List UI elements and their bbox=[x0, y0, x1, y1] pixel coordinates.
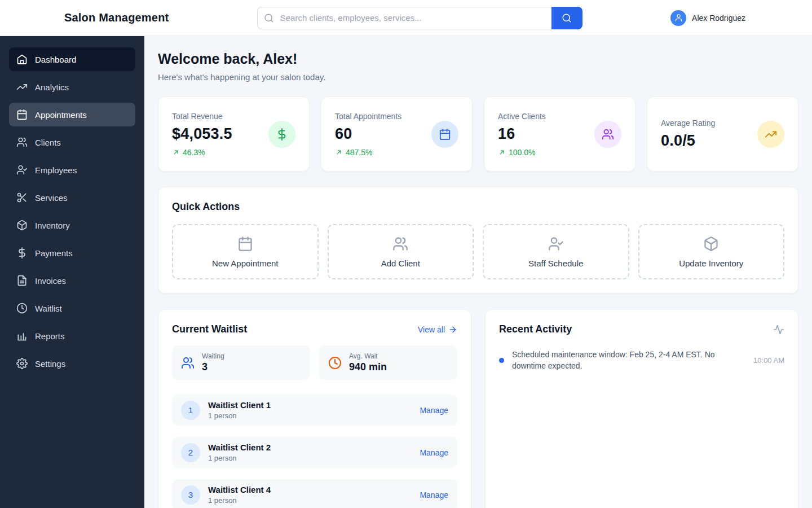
sidebar-item-label: Analytics bbox=[35, 82, 69, 92]
quick-action-label: Add Client bbox=[381, 259, 420, 268]
arrow-right-icon bbox=[448, 325, 457, 334]
stat-trend: 46.3% bbox=[172, 148, 232, 157]
trending-up-icon bbox=[16, 81, 28, 93]
quick-action-label: Update Inventory bbox=[679, 259, 743, 268]
search-field bbox=[257, 7, 551, 29]
manage-link[interactable]: Manage bbox=[420, 406, 448, 415]
sidebar-item-label: Reports bbox=[35, 331, 65, 341]
stat-trend-value: 46.3% bbox=[183, 148, 205, 157]
quick-actions-title: Quick Actions bbox=[172, 201, 784, 213]
waiting-tile: Waiting 3 bbox=[172, 345, 310, 380]
users-icon bbox=[392, 236, 408, 252]
stat-label: Active Clients bbox=[498, 112, 546, 121]
position-badge: 3 bbox=[181, 485, 200, 505]
waitlist-client-name: Waitlist Client 4 bbox=[208, 485, 412, 494]
sidebar-item-employees[interactable]: Employees bbox=[9, 158, 135, 182]
sidebar-item-waitlist[interactable]: Waitlist bbox=[9, 296, 135, 320]
scissors-icon bbox=[16, 192, 28, 203]
view-all-label: View all bbox=[418, 325, 445, 334]
waitlist-title: Current Waitlist bbox=[172, 323, 247, 335]
page-title: Welcome back, Alex! bbox=[158, 51, 798, 67]
stat-trend-value: 487.5% bbox=[346, 148, 372, 157]
users-icon bbox=[181, 356, 195, 370]
waitlist-rows: 1 Waitlist Client 1 1 person Manage 2 Wa… bbox=[172, 395, 457, 508]
tile-value: 940 min bbox=[349, 361, 387, 373]
user-name: Alex Rodriguez bbox=[692, 14, 745, 23]
top-header: Salon Management Alex Rodriguez bbox=[0, 0, 812, 36]
main-content: Welcome back, Alex! Here's what's happen… bbox=[144, 36, 812, 508]
gear-icon bbox=[16, 358, 28, 369]
sidebar-item-label: Appointments bbox=[35, 110, 87, 120]
stat-value: 16 bbox=[498, 125, 546, 143]
search-bar bbox=[169, 7, 670, 29]
tile-value: 3 bbox=[202, 361, 224, 373]
sidebar-item-dashboard[interactable]: Dashboard bbox=[9, 47, 135, 71]
clock-icon bbox=[328, 356, 342, 370]
file-text-icon bbox=[16, 275, 28, 286]
search-icon bbox=[562, 13, 572, 23]
add-client-button[interactable]: Add Client bbox=[328, 224, 474, 279]
sidebar-item-label: Dashboard bbox=[35, 55, 76, 64]
sidebar-item-label: Services bbox=[35, 193, 68, 203]
sidebar-item-reports[interactable]: Reports bbox=[9, 324, 135, 348]
stat-label: Total Revenue bbox=[172, 112, 232, 121]
arrow-up-right-icon bbox=[335, 148, 343, 156]
sidebar-item-appointments[interactable]: Appointments bbox=[9, 103, 135, 126]
activity-pulse-icon bbox=[773, 324, 784, 335]
view-all-link[interactable]: View all bbox=[418, 325, 457, 334]
stats-grid: Total Revenue $4,053.5 46.3% Total Appoi… bbox=[158, 97, 798, 172]
waitlist-entry-info: Waitlist Client 1 1 person bbox=[208, 400, 412, 420]
sidebar-item-label: Waitlist bbox=[35, 304, 62, 313]
activity-text: Scheduled maintenance window: Feb 25, 2-… bbox=[512, 349, 740, 371]
user-menu[interactable]: Alex Rodriguez bbox=[670, 10, 745, 26]
sidebar-item-label: Invoices bbox=[35, 276, 66, 286]
stat-card-total-revenue: Total Revenue $4,053.5 46.3% bbox=[158, 97, 310, 172]
tile-label: Waiting bbox=[202, 352, 224, 360]
waitlist-summary: Waiting 3 Avg. Wait 940 min bbox=[172, 345, 457, 380]
sidebar-item-inventory[interactable]: Inventory bbox=[9, 213, 135, 237]
staff-schedule-button[interactable]: Staff Schedule bbox=[483, 224, 629, 279]
activity-time: 10:00 AM bbox=[753, 356, 784, 365]
sidebar-item-payments[interactable]: Payments bbox=[9, 241, 135, 265]
current-waitlist-card: Current Waitlist View all Waiting 3 bbox=[158, 309, 471, 508]
search-input[interactable] bbox=[257, 7, 551, 29]
avg-wait-tile: Avg. Wait 940 min bbox=[319, 345, 457, 380]
update-inventory-button[interactable]: Update Inventory bbox=[638, 224, 785, 279]
bottom-panels: Current Waitlist View all Waiting 3 bbox=[158, 309, 798, 508]
stat-value: 0.0/5 bbox=[661, 132, 715, 150]
manage-link[interactable]: Manage bbox=[420, 448, 448, 457]
activity-dot-icon bbox=[499, 358, 504, 363]
new-appointment-button[interactable]: New Appointment bbox=[172, 224, 319, 279]
search-button[interactable] bbox=[551, 7, 582, 29]
activity-title: Recent Activity bbox=[499, 323, 572, 335]
waitlist-entry-info: Waitlist Client 2 1 person bbox=[208, 443, 412, 462]
bar-chart-icon bbox=[16, 330, 28, 341]
sidebar-item-analytics[interactable]: Analytics bbox=[9, 75, 135, 99]
position-badge: 1 bbox=[181, 401, 200, 420]
manage-link[interactable]: Manage bbox=[420, 491, 448, 500]
tile-label: Avg. Wait bbox=[349, 352, 387, 360]
sidebar-item-clients[interactable]: Clients bbox=[9, 130, 135, 154]
sidebar-item-label: Employees bbox=[35, 165, 77, 175]
activity-item: Scheduled maintenance window: Feb 25, 2-… bbox=[499, 349, 784, 371]
quick-actions-card: Quick Actions New Appointment Add Client… bbox=[158, 187, 798, 294]
stat-value: 60 bbox=[335, 125, 401, 143]
waitlist-row: 1 Waitlist Client 1 1 person Manage bbox=[172, 395, 457, 426]
sidebar-item-label: Clients bbox=[35, 138, 61, 147]
users-icon bbox=[594, 121, 621, 148]
users-icon bbox=[16, 137, 28, 148]
stat-info: Average Rating 0.0/5 bbox=[661, 119, 715, 150]
calendar-icon bbox=[431, 121, 458, 148]
app-title: Salon Management bbox=[64, 11, 169, 24]
calendar-icon bbox=[237, 236, 253, 252]
sidebar-item-invoices[interactable]: Invoices bbox=[9, 269, 135, 292]
waitlist-party-size: 1 person bbox=[208, 496, 412, 505]
waitlist-entry-info: Waitlist Client 4 1 person bbox=[208, 485, 412, 505]
waitlist-row: 3 Waitlist Client 4 1 person Manage bbox=[172, 479, 457, 508]
dollar-icon bbox=[16, 247, 28, 259]
dollar-icon bbox=[268, 121, 295, 148]
sidebar-item-services[interactable]: Services bbox=[9, 186, 135, 209]
sidebar: Dashboard Analytics Appointments Clients… bbox=[0, 36, 144, 508]
sidebar-item-settings[interactable]: Settings bbox=[9, 352, 135, 375]
stat-trend: 487.5% bbox=[335, 148, 401, 157]
